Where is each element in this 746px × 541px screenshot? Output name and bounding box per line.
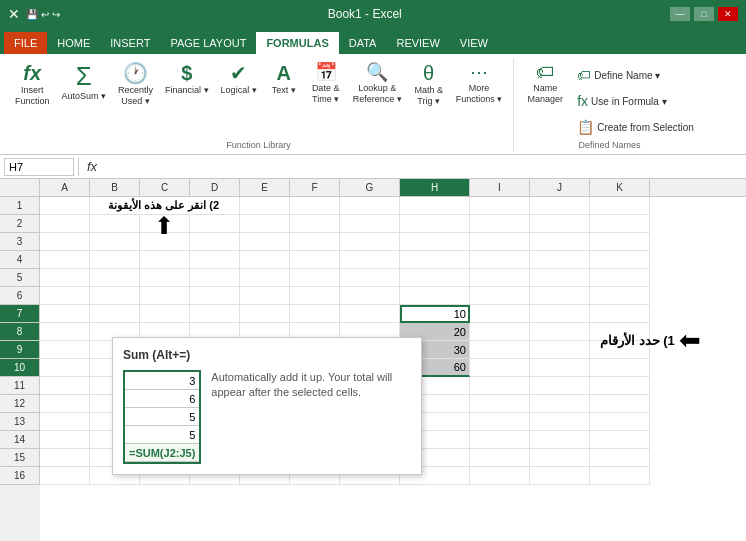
cell-C6[interactable] — [140, 287, 190, 305]
cell-K3[interactable] — [590, 233, 650, 251]
cell-E4[interactable] — [240, 251, 290, 269]
cell-I15[interactable] — [470, 449, 530, 467]
cell-D7[interactable] — [190, 305, 240, 323]
cell-E3[interactable] — [240, 233, 290, 251]
cell-I9[interactable] — [470, 341, 530, 359]
cell-G2[interactable] — [340, 215, 400, 233]
cell-J10[interactable] — [530, 359, 590, 377]
col-header-G[interactable]: G — [340, 179, 400, 196]
row-header-6[interactable]: 6 — [0, 287, 40, 305]
cell-I5[interactable] — [470, 269, 530, 287]
use-in-formula-button[interactable]: fx Use in Formula ▾ — [572, 90, 699, 112]
cell-F6[interactable] — [290, 287, 340, 305]
row-header-4[interactable]: 4 — [0, 251, 40, 269]
cell-E5[interactable] — [240, 269, 290, 287]
cell-J2[interactable] — [530, 215, 590, 233]
row-header-3[interactable]: 3 — [0, 233, 40, 251]
row-header-2[interactable]: 2 — [0, 215, 40, 233]
cell-J1[interactable] — [530, 197, 590, 215]
cell-I13[interactable] — [470, 413, 530, 431]
create-from-selection-button[interactable]: 📋 Create from Selection — [572, 116, 699, 138]
col-header-K[interactable]: K — [590, 179, 650, 196]
row-header-1[interactable]: 1 — [0, 197, 40, 215]
row-header-12[interactable]: 12 — [0, 395, 40, 413]
cell-A3[interactable] — [40, 233, 90, 251]
cell-I10[interactable] — [470, 359, 530, 377]
maximize-button[interactable]: □ — [694, 7, 714, 21]
cell-F4[interactable] — [290, 251, 340, 269]
cell-J16[interactable] — [530, 467, 590, 485]
cell-B5[interactable] — [90, 269, 140, 287]
cell-J11[interactable] — [530, 377, 590, 395]
cell-J14[interactable] — [530, 431, 590, 449]
cell-G4[interactable] — [340, 251, 400, 269]
cell-I4[interactable] — [470, 251, 530, 269]
tab-insert[interactable]: INSERT — [100, 32, 160, 54]
cell-K7[interactable] — [590, 305, 650, 323]
define-name-button[interactable]: 🏷 Define Name ▾ — [572, 64, 699, 86]
math-trig-button[interactable]: θ Math &Trig ▾ — [409, 60, 449, 120]
cell-A15[interactable] — [40, 449, 90, 467]
text-button[interactable]: A Text ▾ — [264, 60, 304, 120]
row-header-8[interactable]: 8 — [0, 323, 40, 341]
cell-F2[interactable] — [290, 215, 340, 233]
tab-file[interactable]: FILE — [4, 32, 47, 54]
row-header-9[interactable]: 9 — [0, 341, 40, 359]
insert-function-button[interactable]: fx InsertFunction — [10, 60, 55, 120]
cell-H3[interactable] — [400, 233, 470, 251]
row-header-11[interactable]: 11 — [0, 377, 40, 395]
col-header-A[interactable]: A — [40, 179, 90, 196]
cell-K14[interactable] — [590, 431, 650, 449]
cell-B4[interactable] — [90, 251, 140, 269]
cell-C4[interactable] — [140, 251, 190, 269]
cell-K4[interactable] — [590, 251, 650, 269]
cell-K16[interactable] — [590, 467, 650, 485]
cell-K11[interactable] — [590, 377, 650, 395]
cell-C5[interactable] — [140, 269, 190, 287]
cell-K13[interactable] — [590, 413, 650, 431]
col-header-F[interactable]: F — [290, 179, 340, 196]
cell-J6[interactable] — [530, 287, 590, 305]
col-header-E[interactable]: E — [240, 179, 290, 196]
cell-K15[interactable] — [590, 449, 650, 467]
col-header-H[interactable]: H — [400, 179, 470, 196]
cell-K6[interactable] — [590, 287, 650, 305]
cell-K5[interactable] — [590, 269, 650, 287]
col-header-J[interactable]: J — [530, 179, 590, 196]
name-box[interactable] — [4, 158, 74, 176]
cell-I7[interactable] — [470, 305, 530, 323]
cell-J15[interactable] — [530, 449, 590, 467]
cell-F5[interactable] — [290, 269, 340, 287]
cell-G5[interactable] — [340, 269, 400, 287]
cell-D5[interactable] — [190, 269, 240, 287]
cell-D4[interactable] — [190, 251, 240, 269]
cell-H1[interactable] — [400, 197, 470, 215]
cell-A8[interactable] — [40, 323, 90, 341]
cell-J12[interactable] — [530, 395, 590, 413]
lookup-button[interactable]: 🔍 Lookup &Reference ▾ — [348, 60, 407, 120]
minimize-button[interactable]: — — [670, 7, 690, 21]
cell-A1[interactable] — [40, 197, 90, 215]
autosum-button[interactable]: Σ AutoSum ▾ — [57, 60, 112, 120]
cell-I3[interactable] — [470, 233, 530, 251]
cell-F3[interactable] — [290, 233, 340, 251]
financial-button[interactable]: $ Financial ▾ — [160, 60, 214, 120]
cell-I16[interactable] — [470, 467, 530, 485]
cell-A10[interactable] — [40, 359, 90, 377]
cell-A16[interactable] — [40, 467, 90, 485]
cell-B7[interactable] — [90, 305, 140, 323]
window-controls[interactable]: — □ ✕ — [670, 7, 738, 21]
cell-A7[interactable] — [40, 305, 90, 323]
close-button[interactable]: ✕ — [718, 7, 738, 21]
row-header-14[interactable]: 14 — [0, 431, 40, 449]
recently-used-button[interactable]: 🕐 RecentlyUsed ▾ — [113, 60, 158, 120]
cell-E2[interactable] — [240, 215, 290, 233]
cell-I11[interactable] — [470, 377, 530, 395]
tab-formulas[interactable]: FORMULAS — [256, 32, 338, 54]
cell-I2[interactable] — [470, 215, 530, 233]
cell-A4[interactable] — [40, 251, 90, 269]
row-header-13[interactable]: 13 — [0, 413, 40, 431]
cell-A12[interactable] — [40, 395, 90, 413]
tab-review[interactable]: REVIEW — [386, 32, 449, 54]
cell-K12[interactable] — [590, 395, 650, 413]
